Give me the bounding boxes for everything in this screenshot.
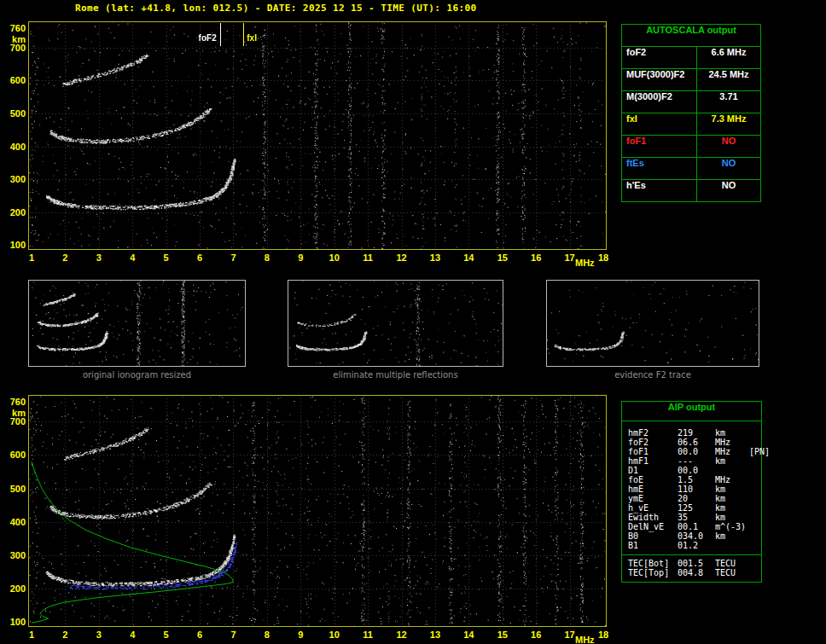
x-tick-label: 13 [426,252,445,263]
autoscala-param-label: h'Es [622,180,697,201]
autoscala-row-MUF(3000)F2: MUF(3000)F224.5 MHz [622,68,760,90]
autoscala-param-label: M(3000)F2 [622,91,697,113]
y-tick-label: 400 [2,142,26,152]
aip-param-label: D1 [628,466,678,475]
x-tick-label: 15 [493,629,512,640]
aip-row-D1: D100.0 [622,466,761,475]
aip-param-value: 1.5 [678,475,715,484]
aip-param-unit: km [715,503,749,513]
aip-param-label: ymE [628,494,678,503]
marker-label-fxI: fxI [247,33,257,43]
aip-param-label: B0 [628,531,678,541]
autoscala-param-value: NO [697,136,760,157]
x-tick-label: 18 [594,252,613,263]
aip-param-unit: MHz [715,438,749,447]
autoscala-row-ftEs: ftEsNO [622,157,760,179]
aip-param-unit: m^(-3) [715,522,749,531]
aip-param-label: foF1 [628,447,678,456]
autoscala-param-label: MUF(3000)F2 [622,69,697,90]
top-ionogram-plot [28,21,607,250]
aip-param-value: 00.0 [678,466,715,475]
autoscala-param-value: 6.6 MHz [697,47,760,68]
x-tick-label: 15 [493,252,512,263]
y-tick-label: 700 [2,416,26,426]
bottom-ionogram-canvas [29,396,606,626]
y-tick-label: 200 [2,207,26,218]
aip-param-value: --- [678,456,715,466]
aip-param-extra [749,466,761,475]
aip-param-unit: km [715,531,749,541]
aip-row-TEC[Top]: TEC[Top]004.8TECU [622,568,761,577]
aip-param-unit: km [715,484,749,494]
x-tick-label: 3 [90,629,108,640]
processing-step-thumbnail-1 [28,280,246,367]
aip-param-value: 01.2 [678,541,715,550]
aip-row-foE: foE1.5MHz [622,475,761,484]
x-tick-label: 5 [157,252,176,263]
aip-param-value: 00.0 [678,447,715,456]
y-tick-label: 760 [2,23,26,33]
aip-output-table: AIP output hmF2219kmfoF206.6MHzfoF100.0M… [621,401,762,583]
aip-param-extra [749,513,761,522]
autoscala-table-title: AUTOSCALA output [622,25,760,46]
aip-param-unit: km [715,428,749,438]
autoscala-param-value: 3.71 [697,91,760,113]
aip-param-extra [749,568,761,577]
autoscala-param-value: 24.5 MHz [697,69,760,90]
aip-param-extra [749,522,761,531]
aip-param-extra [749,541,761,550]
thumbnail-caption-2: eliminate multiple reflections [288,370,503,380]
aip-param-label: foF2 [628,438,678,447]
x-tick-label: 3 [90,252,108,263]
processing-step-thumbnail-3 [546,280,759,367]
x-tick-label: 6 [190,629,209,640]
aip-row-TEC[Bot]: TEC[Bot]001.5TECU [622,559,761,568]
aip-param-extra [749,484,761,494]
x-tick-label: 10 [325,629,344,640]
aip-param-label: B1 [628,541,678,550]
x-tick-label: 11 [358,629,377,640]
aip-row-ymE: ymE20km [622,494,761,503]
thumbnail-caption-1: original ionogram resized [28,370,246,380]
y-tick-label: 500 [2,484,26,494]
aip-param-unit: MHz [715,475,749,484]
autoscala-param-value: NO [697,158,760,179]
aip-param-label: hmF1 [628,456,678,466]
autoscala-output-table: AUTOSCALA output foF26.6 MHzMUF(3000)F22… [621,24,761,202]
autoscala-param-value: 7.3 MHz [697,113,760,135]
processing-step-thumbnail-2 [288,280,503,367]
aip-param-label: Ewidth [628,513,678,522]
aip-row-h_vE: h_vE125km [622,503,761,513]
x-tick-label: 4 [123,629,142,640]
aip-param-extra [749,475,761,484]
aip-param-value: 219 [678,428,715,438]
aip-param-extra [749,559,761,568]
autoscala-param-value: NO [697,180,760,201]
x-tick-label: 11 [358,252,377,263]
x-tick-label: 9 [291,629,310,640]
y-tick-label: 500 [2,108,26,119]
x-tick-label: 14 [459,252,478,263]
x-tick-label: 4 [123,252,142,263]
y-tick-label: 100 [2,617,26,627]
aip-param-unit: MHz [715,447,749,456]
aip-param-value: 35 [678,513,715,522]
aip-param-unit [715,466,749,475]
aip-param-extra [749,438,761,447]
aip-row-foF1: foF100.0MHz[PN] [622,447,761,456]
aip-table-title: AIP output [622,402,761,421]
aip-param-extra [749,456,761,466]
x-tick-label: 12 [393,252,411,263]
aip-param-value: 110 [678,484,715,494]
aip-param-unit: km [715,456,749,466]
aip-param-label: TEC[Bot] [628,559,678,568]
y-tick-label: 300 [2,550,26,560]
autoscala-row-h'Es: h'EsNO [622,179,760,201]
y-tick-label: 600 [2,450,26,460]
aip-row-foF2: foF206.6MHz [622,438,761,447]
x-tick-label: 16 [526,629,545,640]
aip-param-extra [749,531,761,541]
aip-param-extra [749,494,761,503]
y-tick-label: 300 [2,174,26,184]
autoscala-window: Rome (lat: +41.8, lon: 012.5) - DATE: 20… [0,0,826,644]
